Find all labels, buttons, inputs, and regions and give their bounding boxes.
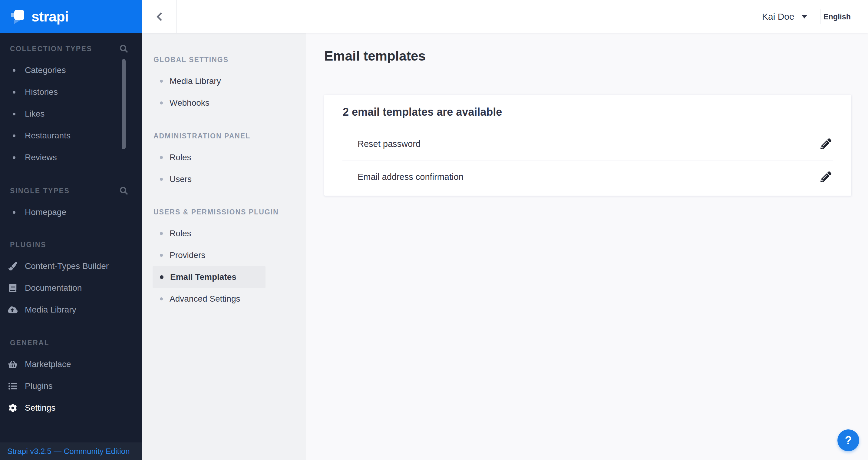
settings-sidebar: GLOBAL SETTINGS Media Library Webhooks A…	[142, 33, 306, 460]
sidebar-item-media-library[interactable]: Media Library	[0, 299, 142, 321]
language-selector[interactable]: English	[824, 12, 851, 21]
single-types-header-label: SINGLE TYPES	[10, 187, 70, 195]
bullet-icon	[13, 69, 16, 72]
sidebar-section-single-types: SINGLE TYPES Homepage	[0, 180, 142, 223]
sidebar-item-label: Settings	[25, 403, 55, 413]
paintbrush-icon	[8, 262, 18, 270]
main-content: Email templates 2 email templates are av…	[306, 33, 868, 460]
chevron-left-icon	[156, 12, 162, 22]
sidebar-item-label: Reviews	[25, 153, 57, 162]
sidebar-item-plugins[interactable]: Plugins	[0, 375, 142, 397]
plugins-header: PLUGINS	[0, 234, 142, 255]
edit-email-confirmation-button[interactable]	[819, 170, 833, 184]
sidebar-item-likes[interactable]: Likes	[0, 103, 142, 125]
strapi-logo-icon	[10, 9, 25, 24]
search-icon[interactable]	[120, 45, 128, 53]
sidebar-section-general: GENERAL Marketplace Plugins Settings	[0, 332, 142, 419]
settings-item-admin-roles[interactable]: Roles	[153, 147, 266, 168]
pencil-icon	[820, 172, 831, 182]
settings-item-up-roles[interactable]: Roles	[153, 222, 266, 244]
bullet-icon	[13, 113, 16, 115]
settings-item-label: Media Library	[169, 76, 221, 86]
settings-item-media-library[interactable]: Media Library	[153, 70, 266, 92]
search-icon[interactable]	[120, 187, 128, 195]
sidebar-item-content-types-builder[interactable]: Content-Types Builder	[0, 255, 142, 277]
settings-item-webhooks[interactable]: Webhooks	[153, 92, 266, 114]
back-button[interactable]	[142, 0, 177, 33]
settings-item-label: Advanced Settings	[169, 294, 240, 304]
edit-reset-password-button[interactable]	[819, 137, 833, 151]
settings-item-label: Users	[169, 175, 192, 184]
card-title: 2 email templates are available	[343, 106, 851, 118]
sidebar-item-label: Histories	[25, 87, 58, 97]
bullet-icon	[160, 297, 163, 300]
settings-section-users-permissions: USERS & PERMISSIONS PLUGIN Roles Provide…	[142, 202, 306, 310]
administration-panel-header: ADMINISTRATION PANEL	[142, 125, 306, 147]
template-label: Reset password	[358, 139, 421, 149]
settings-item-label: Webhooks	[169, 98, 210, 108]
sidebar-item-categories[interactable]: Categories	[0, 59, 142, 81]
sidebar-scrollbar-thumb[interactable]	[122, 59, 126, 149]
settings-item-label: Providers	[169, 250, 205, 260]
book-icon	[8, 284, 18, 292]
pencil-icon	[820, 139, 831, 149]
general-header-label: GENERAL	[10, 339, 49, 347]
settings-item-providers[interactable]: Providers	[153, 244, 266, 266]
bullet-icon	[13, 134, 16, 137]
divider	[820, 9, 821, 24]
user-area: Kai Doe English	[762, 0, 851, 33]
template-label: Email address confirmation	[358, 172, 464, 182]
global-settings-header: GLOBAL SETTINGS	[142, 49, 306, 70]
sidebar-section-plugins: PLUGINS Content-Types Builder Documentat…	[0, 234, 142, 321]
users-permissions-header-label: USERS & PERMISSIONS PLUGIN	[154, 208, 279, 216]
sidebar-item-histories[interactable]: Histories	[0, 81, 142, 103]
template-row-reset-password: Reset password	[342, 128, 833, 160]
chevron-down-icon[interactable]	[802, 15, 807, 19]
sidebar-item-label: Content-Types Builder	[25, 262, 109, 271]
sidebar-section-collection-types: COLLECTION TYPES Categories Histories Li…	[0, 38, 142, 168]
sidebar-item-label: Homepage	[25, 208, 66, 217]
administration-panel-header-label: ADMINISTRATION PANEL	[154, 132, 250, 140]
sidebar-item-label: Marketplace	[25, 360, 71, 369]
strapi-version-link[interactable]: Strapi v3.2.5 — Community Edition	[7, 447, 130, 456]
sidebar-item-homepage[interactable]: Homepage	[0, 202, 142, 223]
sidebar-item-label: Media Library	[25, 305, 76, 315]
gear-icon	[8, 404, 18, 412]
bullet-icon	[160, 275, 163, 279]
bullet-icon	[160, 80, 163, 83]
sidebar-item-settings[interactable]: Settings	[0, 397, 142, 419]
single-types-header: SINGLE TYPES	[0, 180, 142, 202]
sidebar-footer: Strapi v3.2.5 — Community Edition	[0, 442, 142, 460]
bullet-icon	[160, 178, 163, 181]
sidebar-item-reviews[interactable]: Reviews	[0, 147, 142, 168]
settings-item-label: Roles	[169, 153, 191, 162]
users-permissions-header: USERS & PERMISSIONS PLUGIN	[142, 202, 306, 222]
settings-item-admin-users[interactable]: Users	[153, 168, 266, 190]
sidebar-item-documentation[interactable]: Documentation	[0, 277, 142, 299]
bullet-icon	[160, 156, 163, 159]
main-sidebar: strapi COLLECTION TYPES Categories Histo…	[0, 0, 142, 460]
settings-item-label: Roles	[169, 228, 191, 238]
user-menu[interactable]: Kai Doe	[762, 11, 795, 22]
cloud-upload-icon	[8, 306, 18, 314]
help-button[interactable]: ?	[837, 429, 859, 451]
settings-item-email-templates[interactable]: Email Templates	[153, 266, 266, 288]
bullet-icon	[160, 254, 163, 257]
basket-icon	[8, 360, 18, 369]
bullet-icon	[160, 101, 163, 104]
settings-section-global: GLOBAL SETTINGS Media Library Webhooks	[142, 49, 306, 114]
page-title: Email templates	[324, 49, 868, 64]
sidebar-item-restaurants[interactable]: Restaurants	[0, 125, 142, 147]
bullet-icon	[13, 211, 16, 214]
sidebar-item-marketplace[interactable]: Marketplace	[0, 354, 142, 375]
collection-types-header: COLLECTION TYPES	[0, 38, 142, 59]
general-header: GENERAL	[0, 332, 142, 354]
template-row-email-confirmation: Email address confirmation	[342, 160, 833, 193]
strapi-logo[interactable]: strapi	[0, 0, 142, 33]
bullet-icon	[13, 156, 16, 159]
list-icon	[8, 382, 18, 390]
email-templates-card: 2 email templates are available Reset pa…	[324, 95, 851, 196]
settings-item-label: Email Templates	[170, 272, 237, 282]
settings-item-advanced-settings[interactable]: Advanced Settings	[153, 288, 266, 310]
sidebar-item-label: Categories	[25, 65, 66, 75]
